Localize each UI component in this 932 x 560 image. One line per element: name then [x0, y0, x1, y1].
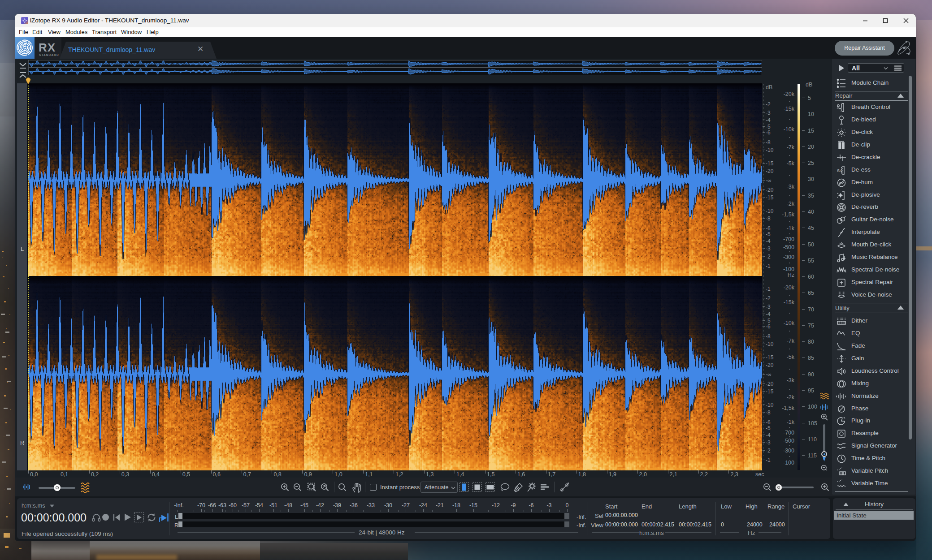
svg-text:Ss: Ss — [837, 168, 842, 173]
